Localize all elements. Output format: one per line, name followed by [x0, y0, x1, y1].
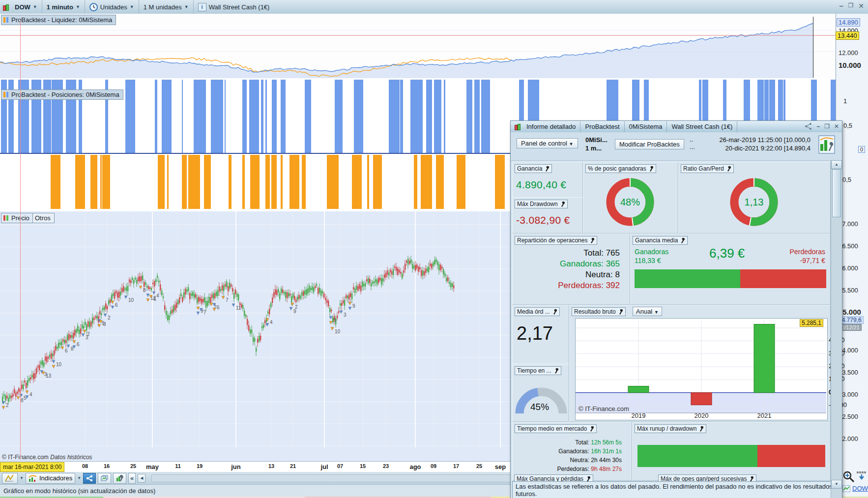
reparticion-rows: Total: 765Ganadoras: 365Neutra: 8Perdedo…	[513, 248, 620, 291]
svg-text:10: 10	[335, 329, 341, 334]
axis-label-19: 19	[197, 463, 203, 469]
svg-text:3: 3	[344, 312, 347, 318]
axis-label-jun: jun	[231, 463, 241, 470]
draw-tools-button[interactable]	[2, 473, 18, 484]
media-ord-value: 2,17	[517, 323, 553, 344]
share-button[interactable]	[83, 473, 96, 484]
resultado-header[interactable]: Resultado bruto	[572, 307, 626, 316]
axis-label-ago: ago	[409, 463, 421, 470]
units-mode-selector[interactable]: Unidades▼	[85, 0, 139, 14]
report-minimize-button[interactable]: –	[816, 123, 820, 130]
wrench-icon[interactable]	[560, 202, 565, 207]
dow-quicklink[interactable]: DOW	[852, 485, 868, 492]
axis-label-16: 16	[104, 463, 110, 469]
equity-panel-tab[interactable]: ProBacktest - Liquidez: 0MiSistema	[1, 15, 116, 25]
report-tab-probacktest[interactable]: ProBacktest	[580, 121, 624, 132]
clock-icon	[89, 3, 98, 11]
backtest-settings-button[interactable]	[113, 473, 126, 484]
tab-precio[interactable]: Precio	[1, 213, 33, 223]
wrench-chart-icon	[116, 475, 123, 482]
ganancia-header[interactable]: Ganancia	[515, 164, 552, 173]
screenshot-button[interactable]	[98, 473, 111, 484]
report-tab-informe[interactable]: Informe detallado	[522, 121, 580, 132]
win-avg-label: Ganadoras	[635, 248, 668, 256]
loss-avg-value: -97,71 €	[800, 257, 825, 264]
indicators-caret[interactable]: ▼	[77, 476, 81, 480]
indicators-button[interactable]: Indicadores	[26, 473, 75, 484]
wrench-icon[interactable]	[699, 426, 704, 432]
period-dropdown[interactable]: Anual ▼	[633, 307, 662, 316]
wrench-icon[interactable]	[680, 238, 685, 243]
zoom-in-icon[interactable]	[842, 470, 855, 483]
wrench-icon[interactable]	[726, 166, 731, 172]
tiempo-medio-cell: Tiempo medio en mercado Total: 12h 56m 5…	[512, 422, 632, 481]
svg-text:13: 13	[46, 373, 52, 379]
axis-label-jul: jul	[320, 463, 328, 470]
reparticion-header[interactable]: Repartición de operacones	[515, 236, 597, 245]
modificar-probacktest-button[interactable]: Modificar ProBacktes	[615, 139, 684, 149]
wrench-icon[interactable]	[649, 166, 654, 172]
panel-de-control-dropdown[interactable]: Panel de control ▼	[517, 138, 578, 148]
timeframe-selector[interactable]: 1 minuto▼	[42, 0, 85, 14]
report-settings-icon[interactable]	[818, 135, 835, 154]
positions-scale-1: 1	[843, 97, 847, 105]
report-title-bar[interactable]: Informe detallado ProBacktest 0MiSistema…	[511, 121, 842, 133]
close-button[interactable]: ✕	[858, 2, 864, 10]
report-tab-valor[interactable]: Wall Street Cash (1€)	[667, 121, 737, 132]
chart-cursor-vline	[20, 20, 21, 460]
positions-scale-05a: 0,5	[843, 122, 852, 129]
draw-tools-caret[interactable]: ▼	[20, 476, 24, 480]
equity-alert-value: 13.440	[836, 31, 859, 40]
tiempo-medio-rows: Total: 12h 56m 5sGanadoras: 16h 31m 1sNe…	[513, 438, 622, 473]
scroll-down-button[interactable]: ▼	[831, 480, 842, 489]
wrench-icon[interactable]	[586, 476, 591, 482]
drawdown-header[interactable]: Máx Drawdown	[515, 200, 568, 208]
collapse-toolbar-button[interactable]: «	[128, 473, 136, 484]
axis-label-25: 25	[476, 463, 482, 469]
svg-text:7: 7	[203, 310, 206, 315]
report-tab-sistema[interactable]: 0MiSistema	[625, 121, 667, 132]
runup-header[interactable]: Máx runup / drawdown	[635, 424, 706, 433]
minimize-button[interactable]: –	[839, 2, 843, 10]
panel-icon	[3, 17, 9, 23]
maximize-button[interactable]: ❐	[848, 2, 854, 10]
report-scrollbar[interactable]: ▲ ▼	[831, 160, 842, 498]
winpct-header[interactable]: % de posic ganadoras	[585, 164, 656, 173]
wrench-icon[interactable]	[554, 368, 559, 374]
scroll-down-icon[interactable]	[856, 471, 867, 482]
media-ord-header[interactable]: Media órd ...	[515, 307, 560, 316]
instrument-selector[interactable]: DOW▼	[10, 0, 42, 14]
wrench-icon[interactable]	[589, 426, 594, 432]
report-maximize-button[interactable]: ❐	[824, 123, 830, 130]
main-toolbar: DOW▼ 1 minuto▼ Unidades▼ 1 M unidades▼ i…	[0, 0, 868, 14]
ganancia-media-header[interactable]: Ganancia media	[633, 236, 688, 245]
tiempo-header[interactable]: Tiempo en ...	[515, 366, 561, 375]
positions-panel-tab[interactable]: ProBacktest - Posiciones: 0MiSistema	[1, 89, 123, 100]
report-window: Informe detallado ProBacktest 0MiSistema…	[510, 120, 842, 498]
svg-text:4: 4	[156, 293, 159, 298]
account-label: i Wall Street Cash (1€)	[194, 0, 274, 14]
scrollbar-thumb[interactable]	[832, 169, 841, 217]
wrench-icon[interactable]	[618, 309, 623, 315]
units-value-selector[interactable]: 1 M unidades▼	[139, 0, 194, 14]
wrench-icon[interactable]	[749, 476, 754, 482]
hscroll-left-arrow[interactable]: ◀	[138, 474, 145, 483]
tiempo-medio-header[interactable]: Tiempo medio en mercado	[515, 424, 597, 433]
axis-label-23: 23	[383, 463, 389, 469]
wrench-icon[interactable]	[545, 166, 550, 172]
svg-text:7: 7	[226, 297, 229, 303]
stat-row: Ganadoras: 16h 31m 1s	[513, 447, 622, 456]
report-close-button[interactable]: ✕	[834, 123, 839, 130]
wrench-icon[interactable]	[552, 309, 557, 315]
svg-text:6: 6	[115, 302, 118, 308]
tab-otros[interactable]: Otros	[32, 213, 55, 223]
scroll-up-button[interactable]: ▲	[831, 160, 842, 169]
stat-row: Perdedoras: 9h 48m 27s	[513, 465, 622, 473]
svg-text:8: 8	[71, 346, 74, 352]
ganancia-media-cell: Ganancia media Ganadoras 118,33 € 6,39 €…	[630, 234, 831, 305]
wrench-icon[interactable]	[590, 238, 595, 243]
ratio-header[interactable]: Ratio Gan/Perd	[681, 164, 734, 173]
mini-chart-icon[interactable]	[842, 485, 850, 492]
axis-label-sep: sep	[495, 463, 506, 470]
share-report-icon[interactable]	[805, 122, 812, 130]
